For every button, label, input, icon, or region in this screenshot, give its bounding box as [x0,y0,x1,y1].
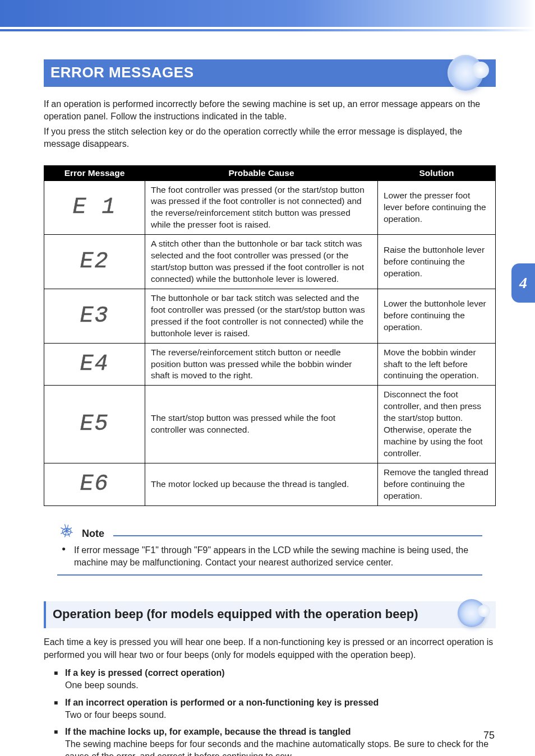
heading-ornament [448,55,483,91]
intro-paragraphs: If an operation is performed incorrectly… [44,98,496,151]
table-header-solution: Solution [378,165,496,180]
table-row: E2A stitch other than the buttonhole or … [44,235,496,289]
error-solution: Disconnect the foot controller, and then… [378,386,496,463]
note-icon [57,522,76,540]
subheading-ornament [458,599,486,627]
error-code-e1: E 1 [44,180,145,235]
note-label: Note [82,528,104,540]
error-solution: Move the bobbin winder shaft to the left… [378,343,496,386]
table-header-cause: Probable Cause [145,165,378,180]
section-heading: ERROR MESSAGES [44,59,496,87]
bullet-title: If a key is pressed (correct operation) [65,668,496,678]
bullet-item: If the machine locks up, for example, be… [54,727,496,756]
table-row: E3The buttonhole or bar tack stitch was … [44,289,496,343]
error-cause: The start/stop button was pressed while … [145,386,378,463]
header-gradient-bar [0,0,535,27]
section-title: ERROR MESSAGES [44,59,496,87]
error-solution: Lower the buttonhole lever before contin… [378,289,496,343]
error-cause: A stitch other than the buttonhole or ba… [145,235,378,289]
error-solution: Remove the tangled thread before continu… [378,463,496,505]
bullet-item: If a key is pressed (correct operation)O… [54,668,496,692]
note-text: If error message "F1" through "F9" appea… [57,542,482,576]
subsection-title: Operation beep (for models equipped with… [53,607,487,622]
intro-p2: If you press the stitch selection key or… [44,126,496,151]
bullet-title: If the machine locks up, for example, be… [65,727,496,737]
subsection-heading: Operation beep (for models equipped with… [44,601,496,628]
bullet-title: If an incorrect operation is performed o… [65,698,496,708]
bullet-body: Two or four beeps sound. [65,709,496,721]
error-code-e3: E3 [44,289,145,343]
table-header-error: Error Message [44,165,145,180]
error-cause: The buttonhole or bar tack stitch was se… [145,289,378,343]
error-code-e4: E4 [44,343,145,386]
table-row: E5The start/stop button was pressed whil… [44,386,496,463]
error-cause: The motor locked up because the thread i… [145,463,378,505]
table-row: E4The reverse/reinforcement stitch butto… [44,343,496,386]
bullet-item: If an incorrect operation is performed o… [54,698,496,721]
error-code-e5: E5 [44,386,145,463]
beep-intro: Each time a key is pressed you will hear… [44,636,496,661]
error-cause: The foot controller was pressed (or the … [145,180,378,235]
intro-p1: If an operation is performed incorrectly… [44,98,496,123]
error-code-e6: E6 [44,463,145,505]
error-solution: Lower the presser foot lever before cont… [378,180,496,235]
bullet-body: The sewing machine beeps for four second… [65,738,496,756]
table-row: E6The motor locked up because the thread… [44,463,496,505]
error-cause: The reverse/reinforcement stitch button … [145,343,378,386]
note-rule [113,535,482,536]
error-messages-table: Error Message Probable Cause Solution E … [44,165,496,506]
table-row: E 1The foot controller was pressed (or t… [44,180,496,235]
bullet-body: One beep sounds. [65,679,496,692]
note-block: Note If error message "F1" through "F9" … [44,522,496,576]
error-code-e2: E2 [44,235,145,289]
page-number: 75 [483,730,495,741]
error-solution: Raise the buttonhole lever before contin… [378,235,496,289]
